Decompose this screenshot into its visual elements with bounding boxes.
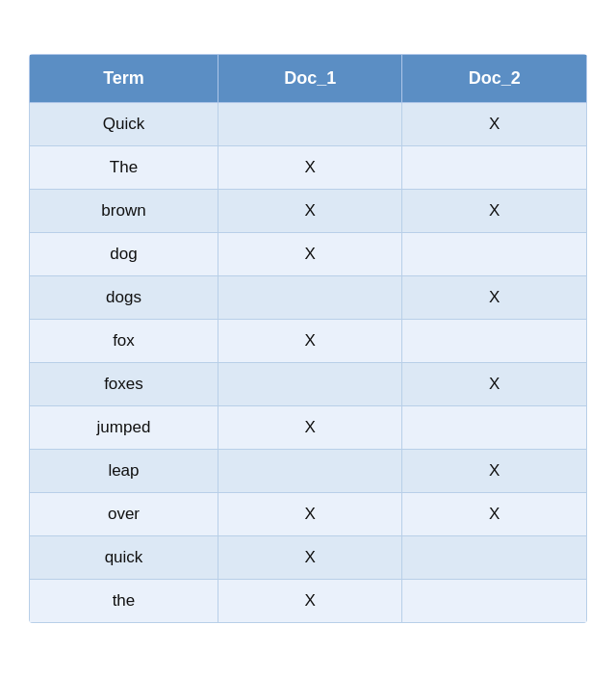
- cell-doc1: X: [218, 146, 402, 190]
- cell-term: The: [30, 146, 218, 190]
- table-row: foxesX: [30, 363, 587, 406]
- cell-term: dog: [30, 233, 218, 276]
- table-row: dogX: [30, 233, 587, 276]
- cell-doc2: X: [402, 190, 587, 233]
- cell-doc1: [218, 103, 402, 146]
- table-row: foxX: [30, 320, 587, 363]
- table-row: leapX: [30, 450, 587, 493]
- table-row: quickX: [30, 536, 587, 580]
- table-row: theX: [30, 580, 587, 623]
- cell-doc1: [218, 276, 402, 320]
- cell-doc2: X: [402, 276, 587, 320]
- cell-term: jumped: [30, 406, 218, 450]
- cell-term: over: [30, 493, 218, 536]
- cell-doc1: [218, 450, 402, 493]
- table-row: dogsX: [30, 276, 587, 320]
- cell-doc1: X: [218, 580, 402, 623]
- term-document-table: Term Doc_1 Doc_2 QuickXTheXbrownXXdogXdo…: [29, 54, 587, 623]
- cell-term: leap: [30, 450, 218, 493]
- cell-doc1: [218, 363, 402, 406]
- header-doc2: Doc_2: [402, 55, 587, 103]
- cell-doc2: [402, 320, 587, 363]
- cell-doc1: X: [218, 233, 402, 276]
- table-row: overXX: [30, 493, 587, 536]
- cell-term: dogs: [30, 276, 218, 320]
- cell-doc2: X: [402, 103, 587, 146]
- cell-doc1: X: [218, 406, 402, 450]
- cell-doc1: X: [218, 536, 402, 580]
- cell-doc2: X: [402, 363, 587, 406]
- table-row: TheX: [30, 146, 587, 190]
- table-row: QuickX: [30, 103, 587, 146]
- cell-doc2: [402, 146, 587, 190]
- cell-doc2: X: [402, 450, 587, 493]
- cell-term: Quick: [30, 103, 218, 146]
- main-table-wrapper: Term Doc_1 Doc_2 QuickXTheXbrownXXdogXdo…: [29, 54, 587, 623]
- cell-term: brown: [30, 190, 218, 233]
- table-row: brownXX: [30, 190, 587, 233]
- cell-doc1: X: [218, 320, 402, 363]
- table-header-row: Term Doc_1 Doc_2: [30, 55, 587, 103]
- cell-doc2: X: [402, 493, 587, 536]
- cell-term: the: [30, 580, 218, 623]
- header-doc1: Doc_1: [218, 55, 402, 103]
- header-term: Term: [30, 55, 218, 103]
- cell-term: foxes: [30, 363, 218, 406]
- cell-doc1: X: [218, 493, 402, 536]
- cell-doc2: [402, 406, 587, 450]
- cell-doc2: [402, 233, 587, 276]
- cell-term: fox: [30, 320, 218, 363]
- cell-doc2: [402, 580, 587, 623]
- cell-doc2: [402, 536, 587, 580]
- cell-term: quick: [30, 536, 218, 580]
- table-row: jumpedX: [30, 406, 587, 450]
- cell-doc1: X: [218, 190, 402, 233]
